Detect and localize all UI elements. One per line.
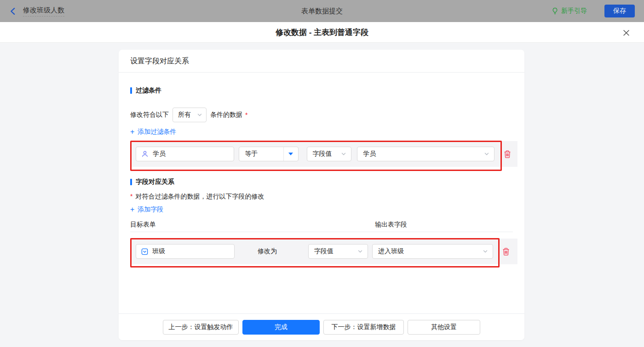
match-mode-select[interactable]: 所有 xyxy=(172,108,207,122)
mapping-description: * 对符合过滤条件的数据，进行以下字段的修改 xyxy=(130,193,513,200)
required-mark: * xyxy=(245,111,247,119)
chevron-left-icon xyxy=(9,7,17,15)
required-mark: * xyxy=(130,193,132,200)
guide-label: 新手引导 xyxy=(561,7,587,15)
condition-sentence: 修改符合以下 所有 条件的数据 * xyxy=(130,108,513,122)
sentence-suffix: 条件的数据 xyxy=(210,111,242,119)
operator-select[interactable]: 等于 xyxy=(239,147,298,161)
person-icon xyxy=(141,150,149,158)
select-box-icon xyxy=(141,248,148,255)
other-settings-button[interactable]: 其他设置 xyxy=(408,320,480,335)
next-step-button[interactable]: 下一步：设置新增数据 xyxy=(323,320,404,335)
filter-field-input[interactable]: 学员 xyxy=(136,147,234,161)
section-marker xyxy=(130,87,132,94)
beginner-guide-button[interactable]: 新手引导 xyxy=(552,7,587,15)
chevron-down-icon xyxy=(357,249,363,254)
topbar-actions: 新手引导 保存 xyxy=(552,5,635,17)
section-marker xyxy=(130,179,132,185)
back-button[interactable]: 修改班级人数 xyxy=(9,6,64,17)
output-field-column-label: 输出表字段 xyxy=(375,221,407,229)
page-title: 表单数据提交 xyxy=(0,7,644,16)
close-icon[interactable] xyxy=(621,28,631,38)
filter-condition-row: 学员 等于 字段值 学员 xyxy=(130,141,513,167)
target-form-column-label: 目标表单 xyxy=(130,221,156,228)
chevron-down-icon xyxy=(484,151,489,157)
sentence-prefix: 修改符合以下 xyxy=(130,111,169,119)
divider xyxy=(130,232,513,232)
add-field-link[interactable]: + 添加字段 xyxy=(130,206,163,213)
field-mapping-row: 班级 修改为 字段值 进入班级 xyxy=(130,239,513,264)
delete-condition-button[interactable] xyxy=(503,149,512,159)
filter-value-select[interactable]: 学员 xyxy=(357,147,494,161)
card-title: 设置字段对应关系 xyxy=(119,50,524,73)
delete-field-button[interactable] xyxy=(501,246,511,256)
filter-section-title: 过滤条件 xyxy=(130,87,513,94)
output-field-select[interactable]: 进入班级 xyxy=(372,244,493,259)
chevron-down-icon xyxy=(341,151,346,157)
dialog-header: 修改数据 - 主表到普通字段 xyxy=(0,22,644,43)
value-type-select[interactable]: 字段值 xyxy=(307,147,352,161)
target-field-input[interactable]: 班级 xyxy=(136,244,235,259)
lightbulb-icon xyxy=(552,7,558,15)
mapping-section-title: 字段对应关系 xyxy=(130,178,513,186)
mapping-column-headers: 目标表单 输出表字段 xyxy=(130,221,513,228)
plus-icon: + xyxy=(130,129,134,135)
prev-step-button[interactable]: 上一步：设置触发动作 xyxy=(163,320,239,335)
dialog-body: 设置字段对应关系 过滤条件 修改符合以下 所有 条件的数据 * + xyxy=(0,43,644,347)
chevron-down-icon xyxy=(197,112,202,118)
dialog-title: 修改数据 - 主表到普通字段 xyxy=(276,27,368,38)
plus-icon: + xyxy=(130,206,134,213)
value-type-select[interactable]: 字段值 xyxy=(308,244,368,259)
settings-card: 设置字段对应关系 过滤条件 修改符合以下 所有 条件的数据 * + xyxy=(119,50,524,340)
trash-icon xyxy=(503,150,512,159)
caret-down-icon[interactable] xyxy=(283,147,298,161)
trash-icon xyxy=(502,247,510,256)
add-filter-condition-link[interactable]: + 添加过滤条件 xyxy=(130,128,176,136)
chevron-down-icon xyxy=(483,249,488,254)
flow-title[interactable]: 修改班级人数 xyxy=(23,6,64,17)
save-button[interactable]: 保存 xyxy=(604,5,635,17)
topbar: 修改班级人数 表单数据提交 新手引导 保存 xyxy=(0,0,644,22)
done-button[interactable]: 完成 xyxy=(242,320,320,335)
dialog-footer: 上一步：设置触发动作 完成 下一步：设置新增数据 其他设置 xyxy=(119,313,524,340)
modify-to-label: 修改为 xyxy=(258,247,284,256)
